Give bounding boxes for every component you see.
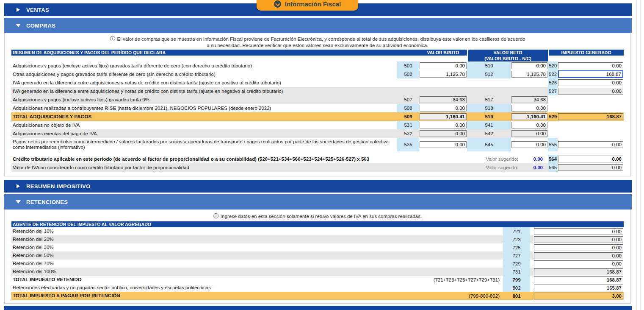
row-label: Retención del 20%: [11, 235, 414, 243]
field-code: 799: [503, 276, 530, 284]
field-532-input: [420, 130, 467, 137]
row-label: Retención del 100%: [11, 268, 414, 276]
suggested-label: Valor sugerido:: [472, 155, 518, 163]
field-799-value: 168.87: [534, 276, 623, 283]
compras-table: RESUMEN DE ADQUISICIONES Y PAGOS DEL PER…: [11, 50, 624, 172]
field-code: 565: [548, 163, 558, 172]
retention-row-727: Retención del 50% 727: [11, 251, 624, 260]
row-label-total: TOTAL IMPUESTO A PAGAR POR RETENCIÓN: [11, 292, 414, 300]
section-bar-retenciones[interactable]: RETENCIONES: [4, 194, 632, 209]
compras-panel: ⓘEl valor de compras que se muestra en I…: [4, 33, 631, 176]
field-725-input[interactable]: [534, 244, 623, 251]
field-527-input: [558, 88, 623, 95]
retention-row-731: Retención del 100% 731: [11, 268, 624, 276]
informacion-fiscal-button[interactable]: Información Fiscal: [257, 0, 358, 11]
retenciones-table-header: AGENTE DE RETENCIÓN DEL IMPUESTO AL VALO…: [11, 221, 624, 227]
row-label: Adquisiciones y pagos (excluye activos f…: [11, 61, 397, 70]
table-row-508: Adquisiciones realizadas a contribuyente…: [11, 104, 624, 112]
field-code: 518: [467, 104, 511, 112]
credit-row-565: Valor de IVA no considerado como crédito…: [11, 163, 624, 172]
field-code: 508: [397, 104, 419, 112]
retention-row-802: Retenciones efectuadas y no pagadas sect…: [11, 284, 624, 292]
field-522-input-focused[interactable]: [558, 70, 623, 78]
field-code: 520: [548, 61, 558, 70]
field-564-input[interactable]: [558, 156, 623, 162]
field-code: 731: [503, 268, 530, 276]
field-code: 529: [548, 112, 558, 121]
field-723-input: [534, 236, 623, 243]
suggested-value: 0.00: [518, 163, 548, 172]
table-row-507: Adquisiciones y pagos (incluye activos f…: [11, 95, 624, 104]
section-bar-totales[interactable]: TOTALES: [4, 306, 632, 310]
field-code: 531: [397, 121, 419, 129]
field-509-value: 1,160.41: [420, 113, 467, 120]
field-510-input[interactable]: [511, 62, 547, 69]
field-555-input[interactable]: [558, 141, 623, 148]
header-valor-neto: VALOR NETO (VALOR BRUTO - N/C): [468, 50, 548, 61]
field-code: 727: [503, 251, 530, 260]
field-code: 507: [397, 95, 419, 104]
field-code: 526: [548, 78, 558, 87]
field-727-input: [534, 252, 623, 259]
field-729-input[interactable]: [534, 260, 623, 267]
row-label: Retención del 10%: [11, 227, 414, 235]
retention-row-799: TOTAL IMPUESTO RETENIDO (721+723+725+727…: [11, 276, 624, 284]
field-code: 802: [503, 284, 530, 292]
header-valor-neto-line2: (VALOR BRUTO - N/C): [468, 56, 548, 61]
field-535-input[interactable]: [420, 141, 467, 148]
field-541-input[interactable]: [511, 122, 547, 128]
retention-row-721: Retención del 10% 721: [11, 227, 624, 235]
table-row-526: IVA generado en la diferencia entre adqu…: [11, 78, 624, 87]
field-801-value: 3.00: [534, 293, 623, 299]
field-512-input[interactable]: [511, 71, 547, 78]
field-500-input[interactable]: [420, 62, 467, 69]
credit-row-564: Crédito tributario aplicable en este per…: [11, 155, 624, 163]
retention-row-723: Retención del 20% 723: [11, 235, 624, 243]
tax-declaration-page: Información Fiscal VENTAS COMPRAS ⓘEl va…: [0, 0, 644, 310]
row-label: Pagos netos por reembolso como intermedi…: [11, 138, 397, 151]
field-518-input[interactable]: [511, 105, 547, 112]
expanded-arrow-icon: [16, 200, 21, 204]
header-impuesto-generado: IMPUESTO GENERADO: [549, 50, 624, 56]
field-code: 729: [503, 260, 530, 268]
row-label-credit: Crédito tributario aplicable en este per…: [11, 155, 472, 163]
row-label: IVA generado en la diferencia entre adqu…: [11, 78, 397, 87]
field-code: 535: [397, 138, 419, 151]
field-545-input[interactable]: [511, 141, 547, 148]
field-code: 532: [397, 129, 419, 138]
field-721-input[interactable]: [534, 228, 623, 235]
field-code: 522: [548, 70, 558, 78]
field-code: 725: [503, 243, 530, 251]
field-502-input[interactable]: [420, 71, 467, 78]
row-label: Adquisiciones exentas del pago de IVA: [11, 129, 397, 138]
field-code: 564: [548, 155, 558, 163]
retention-row-725: Retención del 30% 725: [11, 243, 624, 251]
header-resumen: RESUMEN DE ADQUISICIONES Y PAGOS DEL PER…: [11, 50, 467, 56]
field-519-value: 1,160.41: [511, 113, 547, 120]
info-icon: ⓘ: [213, 213, 219, 219]
row-label: Adquisiciones y pagos (incluye activos f…: [11, 95, 397, 104]
field-code: 542: [467, 129, 511, 138]
field-520-input[interactable]: [558, 62, 623, 69]
section-title-resumen-impositivo: RESUMEN IMPOSITIVO: [26, 183, 91, 190]
field-802-input[interactable]: [534, 285, 623, 291]
field-526-input[interactable]: [558, 79, 623, 86]
field-code: 517: [467, 95, 511, 104]
header-valor-neto-line1: VALOR NETO: [468, 50, 548, 56]
row-label: Retención del 50%: [11, 251, 414, 260]
field-531-input[interactable]: [420, 122, 467, 128]
section-bar-compras[interactable]: COMPRAS: [4, 18, 632, 33]
retenciones-panel: ⓘIngrese datos en esta sección solamente…: [4, 209, 631, 304]
row-label: Adquisiciones no objeto de IVA: [11, 121, 397, 129]
field-code: 721: [503, 227, 530, 235]
field-code: 502: [397, 70, 419, 78]
header-resumen-label: RESUMEN DE ADQUISICIONES Y PAGOS DEL PER…: [13, 50, 166, 55]
field-code: 723: [503, 235, 530, 243]
row-label-total: TOTAL ADQUISICIONES Y PAGOS: [11, 112, 397, 121]
table-row-502: Otras adquisiciones y pagos gravados tar…: [11, 70, 624, 78]
compras-table-header: RESUMEN DE ADQUISICIONES Y PAGOS DEL PER…: [11, 50, 624, 61]
field-code: 509: [397, 112, 419, 121]
field-508-input[interactable]: [420, 105, 467, 112]
section-bar-resumen-impositivo[interactable]: RESUMEN IMPOSITIVO: [4, 180, 632, 193]
info-icon: ⓘ: [110, 36, 116, 42]
